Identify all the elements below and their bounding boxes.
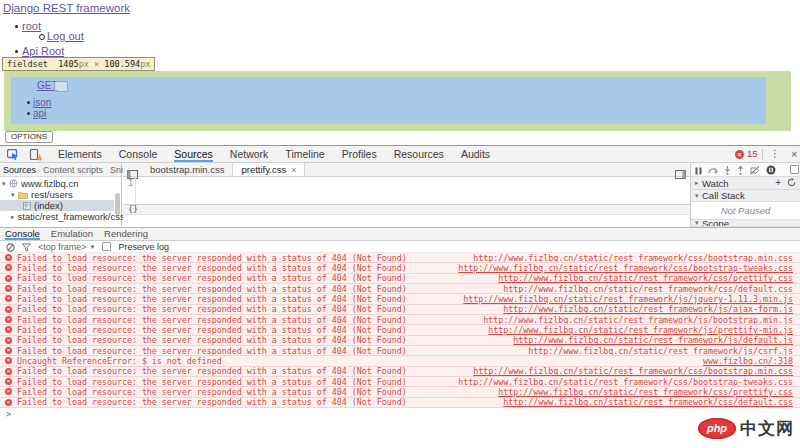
tooltip-unit: px <box>140 59 150 69</box>
watch-section-header[interactable]: ▸ Watch + <box>691 177 800 190</box>
device-mode-icon[interactable] <box>29 149 42 161</box>
error-icon: × <box>5 295 12 302</box>
folder-icon <box>18 191 28 199</box>
navigator-scrollbar[interactable] <box>115 193 120 215</box>
list-bullet <box>15 25 18 28</box>
console-error-row: × Failed to load resource: the server re… <box>0 263 800 273</box>
add-watch-icon[interactable]: + <box>775 178 781 188</box>
drawer-tab-strip: Console Emulation Rendering <box>0 228 800 241</box>
tab-profiles[interactable]: Profiles <box>342 146 377 162</box>
line-number: 1 <box>128 178 133 188</box>
page-title-link[interactable]: Django REST framework <box>3 2 130 14</box>
console-error-message: Failed to load resource: the server resp… <box>17 315 407 325</box>
expander-icon[interactable]: ▸ <box>695 179 702 187</box>
drawer-tab-rendering[interactable]: Rendering <box>104 228 148 240</box>
scope-section-header[interactable]: ▾ Scope <box>691 219 800 227</box>
close-devtools-icon[interactable]: × <box>791 148 797 160</box>
deactivate-breakpoints-icon[interactable] <box>750 161 760 179</box>
navigator-tab-content-scripts[interactable]: Content scripts <box>43 165 103 175</box>
error-icon: × <box>5 316 12 323</box>
list-bullet <box>39 34 45 40</box>
error-icon: × <box>5 264 12 271</box>
console-error-source-link[interactable]: http://www.fizlbq.cn/static/rest_framewo… <box>473 253 793 263</box>
globe-icon <box>9 179 18 188</box>
devtools-tab-strip: Elements Console Sources Network Timelin… <box>58 146 490 162</box>
tab-timeline[interactable]: Timeline <box>285 146 324 162</box>
inspect-element-icon[interactable] <box>7 149 19 160</box>
show-navigator-icon[interactable] <box>123 163 142 176</box>
console-error-source-link[interactable]: http://www.fizlbq.cn/static/rest_framewo… <box>488 325 793 335</box>
expander-icon[interactable]: ▸ <box>11 213 15 221</box>
async-checkbox[interactable] <box>790 165 799 174</box>
error-icon: × <box>5 347 12 354</box>
options-button[interactable]: OPTIONS <box>5 131 53 143</box>
tab-console[interactable]: Console <box>119 146 158 162</box>
console-drawer: Console Emulation Rendering <top frame> … <box>0 227 800 448</box>
format-link-api[interactable]: api <box>33 108 46 119</box>
console-prompt-row[interactable]: > <box>0 409 800 419</box>
console-error-row: × Failed to load resource: the server re… <box>0 398 800 408</box>
console-error-source-link[interactable]: http://www.fizlbq.cn/static/rest_framewo… <box>498 274 793 284</box>
line-number-gutter: 1 <box>123 177 136 204</box>
console-error-source-link[interactable]: http://www.fizlbq.cn/static/rest_framewo… <box>528 346 793 356</box>
console-error-source-link[interactable]: http://www.fizlbq.cn/static/rest_framewo… <box>463 294 793 304</box>
tree-item-domain[interactable]: ▾ www.fizlbq.cn <box>0 178 114 189</box>
format-link-json[interactable]: json <box>33 97 51 108</box>
call-stack-label: Call Stack <box>702 190 745 201</box>
step-out-icon[interactable] <box>737 161 744 179</box>
expander-icon[interactable]: ▾ <box>11 191 18 199</box>
console-prompt-caret: > <box>0 409 800 419</box>
refresh-watch-icon[interactable] <box>787 178 796 189</box>
expander-icon[interactable]: ▾ <box>695 219 702 227</box>
pause-script-icon[interactable] <box>695 161 702 179</box>
console-error-row: × Uncaught ReferenceError: $ is not defi… <box>0 356 800 366</box>
nav-link-root[interactable]: root <box>22 20 41 32</box>
console-error-source-link[interactable]: http://www.fizlbq.cn/static/rest_framewo… <box>473 367 793 377</box>
tab-resources[interactable]: Resources <box>394 146 444 162</box>
console-error-source-link[interactable]: http://www.fizlbq.cn/static/rest_framewo… <box>513 336 793 346</box>
call-stack-section-header[interactable]: ▾ Call Stack <box>691 190 800 202</box>
console-error-source-link[interactable]: http://www.fizlbq.cn/static/rest_framewo… <box>483 315 793 325</box>
nav-link-logout[interactable]: Log out <box>47 30 84 42</box>
show-debugger-sidebar-icon[interactable] <box>675 163 690 176</box>
tab-elements[interactable]: Elements <box>58 146 102 162</box>
console-error-source-link[interactable]: http://www.fizlbq.cn/static/rest_framewo… <box>503 398 793 408</box>
error-icon: × <box>5 254 12 261</box>
step-over-icon[interactable] <box>708 161 718 179</box>
tree-item-folder[interactable]: ▸ static/rest_framework/css <box>0 211 114 222</box>
preserve-log-checkbox[interactable] <box>102 242 111 251</box>
expander-icon[interactable]: ▾ <box>695 192 702 200</box>
tab-network[interactable]: Network <box>230 146 269 162</box>
tooltip-width: 1405 <box>58 59 78 69</box>
tab-audits[interactable]: Audits <box>461 146 490 162</box>
frame-selector[interactable]: <top frame> ▼ <box>38 242 95 252</box>
pause-on-exceptions-icon[interactable] <box>766 161 776 179</box>
inspect-highlight-content <box>11 77 766 124</box>
error-count-icon[interactable]: × <box>735 150 744 159</box>
format-toggle-box[interactable] <box>54 81 68 92</box>
tree-item-folder[interactable]: ▾ rest/users <box>0 189 114 200</box>
drawer-tab-emulation[interactable]: Emulation <box>51 228 93 240</box>
error-icon: × <box>5 306 12 313</box>
file-tree: ▾ www.fizlbq.cn ▾ rest/users (index) <box>0 178 114 222</box>
navigator-tab-sources[interactable]: Sources <box>3 165 36 175</box>
console-error-source-link[interactable]: http://www.fizlbq.cn/static/rest_framewo… <box>503 284 793 294</box>
kebab-menu-icon[interactable]: ⋮ <box>770 148 780 159</box>
editor-tab-prettify[interactable]: prettify.css× <box>233 163 305 176</box>
error-count[interactable]: 15 <box>747 149 758 159</box>
tree-item-index-selected[interactable]: (index) <box>0 200 114 211</box>
console-error-source-link[interactable]: http://www.fizlbq.cn/static/rest_framewo… <box>458 263 793 273</box>
console-error-source-link[interactable]: http://www.fizlbq.cn/static/rest_framewo… <box>498 387 793 397</box>
tab-sources[interactable]: Sources <box>174 146 213 162</box>
pretty-print-button[interactable]: {} <box>128 204 138 214</box>
editor-tab-bootstrap[interactable]: bootstrap.min.css <box>142 163 233 176</box>
console-error-message: Failed to load resource: the server resp… <box>17 274 407 284</box>
console-error-source-link[interactable]: www.fizlbq.cn/:318 <box>703 356 793 366</box>
step-into-icon[interactable] <box>724 161 731 179</box>
console-error-source-link[interactable]: http://www.fizlbq.cn/static/rest_framewo… <box>458 377 793 387</box>
console-error-source-link[interactable]: http://www.fizlbq.cn/static/rest_framewo… <box>503 305 793 315</box>
close-tab-icon[interactable]: × <box>291 165 296 175</box>
console-error-row: × Failed to load resource: the server re… <box>0 284 800 294</box>
console-error-message: Failed to load resource: the server resp… <box>17 367 407 377</box>
expander-icon[interactable]: ▾ <box>2 180 9 188</box>
